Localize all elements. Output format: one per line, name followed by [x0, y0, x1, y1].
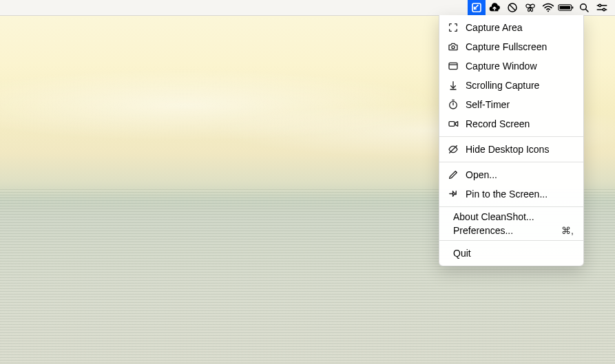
- menu-label: Quit: [453, 248, 574, 259]
- butterfly-icon[interactable]: [521, 0, 539, 15]
- do-not-disturb-icon[interactable]: [503, 0, 521, 15]
- menu-preferences[interactable]: Preferences... ⌘,: [439, 224, 583, 237]
- cleanshot-menu: Capture Area Capture Fullscreen Capture …: [439, 15, 584, 266]
- menu-separator: [439, 136, 583, 137]
- svg-rect-14: [449, 63, 457, 69]
- pencil-icon: [448, 169, 459, 180]
- menu-label: Hide Desktop Icons: [466, 144, 574, 155]
- video-icon: [448, 118, 459, 129]
- svg-rect-0: [472, 3, 481, 12]
- menu-label: Capture Window: [466, 61, 574, 72]
- menu-label: Capture Area: [466, 22, 574, 33]
- status-icons: [468, 0, 611, 15]
- menu-capture-window[interactable]: Capture Window: [439, 56, 583, 76]
- menu-label: Pin to the Screen...: [466, 189, 574, 200]
- menu-open[interactable]: Open...: [439, 165, 583, 184]
- eye-off-icon: [448, 144, 459, 155]
- menu-label: About CleanShot...: [453, 211, 574, 222]
- arrow-down-icon: [448, 80, 459, 91]
- menu-label: Scrolling Capture: [466, 80, 574, 91]
- menu-shortcut: ⌘,: [561, 225, 574, 236]
- corners-icon: [448, 22, 459, 33]
- battery-icon[interactable]: [557, 0, 575, 15]
- cleanshot-icon[interactable]: [468, 0, 486, 15]
- menu-capture-area[interactable]: Capture Area: [439, 18, 583, 37]
- menu-label: Capture Fullscreen: [466, 41, 574, 52]
- menu-separator: [439, 240, 583, 241]
- menu-capture-fullscreen[interactable]: Capture Fullscreen: [439, 37, 583, 56]
- svg-line-8: [585, 9, 588, 12]
- svg-point-12: [603, 8, 605, 10]
- menu-label: Open...: [466, 169, 574, 180]
- cloud-upload-icon[interactable]: [486, 0, 503, 15]
- svg-rect-21: [449, 122, 455, 127]
- wifi-icon[interactable]: [539, 0, 557, 15]
- svg-point-3: [548, 10, 549, 12]
- menu-separator: [439, 206, 583, 207]
- svg-rect-5: [560, 6, 570, 9]
- svg-rect-6: [572, 6, 574, 8]
- menu-scrolling-capture[interactable]: Scrolling Capture: [439, 76, 583, 95]
- svg-point-13: [452, 46, 455, 49]
- menu-label: Self-Timer: [466, 99, 574, 110]
- search-icon[interactable]: [575, 0, 593, 15]
- svg-point-10: [598, 4, 601, 6]
- menubar: [0, 0, 615, 16]
- menu-label: Preferences...: [453, 225, 554, 236]
- svg-marker-22: [455, 122, 457, 127]
- menu-about[interactable]: About CleanShot...: [439, 210, 583, 224]
- control-center-icon[interactable]: [593, 0, 611, 15]
- menu-label: Record Screen: [466, 118, 574, 129]
- menu-record-screen[interactable]: Record Screen: [439, 114, 583, 133]
- menu-self-timer[interactable]: Self-Timer: [439, 95, 583, 114]
- svg-line-2: [510, 5, 515, 10]
- menu-separator: [439, 162, 583, 162]
- menu-hide-desktop-icons[interactable]: Hide Desktop Icons: [439, 140, 583, 159]
- menu-quit[interactable]: Quit: [439, 244, 583, 263]
- pin-icon: [448, 189, 459, 200]
- menu-pin-to-screen[interactable]: Pin to the Screen...: [439, 184, 583, 204]
- window-icon: [448, 61, 459, 72]
- camera-icon: [448, 41, 459, 52]
- timer-icon: [448, 99, 459, 110]
